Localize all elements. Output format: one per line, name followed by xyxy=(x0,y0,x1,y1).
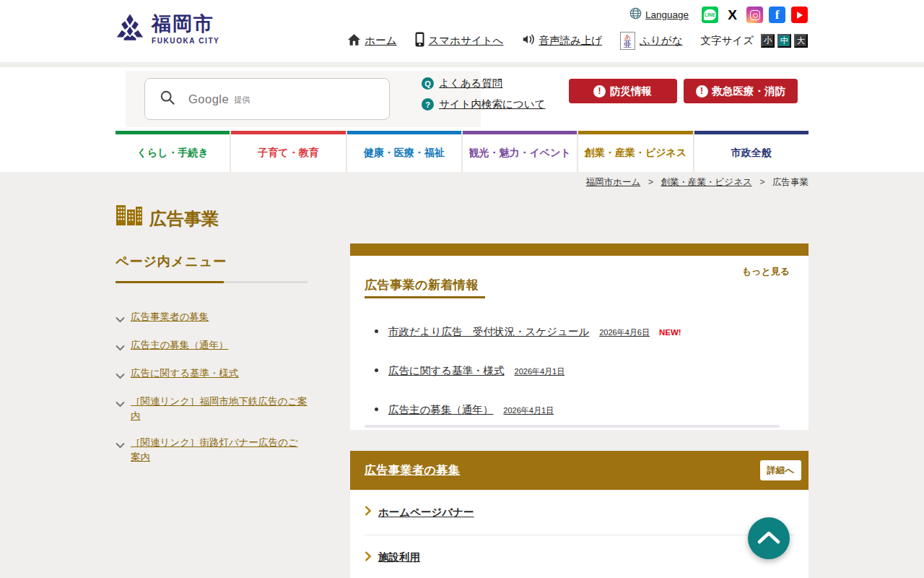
recruit-link-row: ホームページバナー xyxy=(365,490,794,535)
news-item: 市政だより広告 受付状況・スケジュール2026年4月6日NEW! xyxy=(365,324,797,340)
disaster-info-button[interactable]: ! 防災情報 xyxy=(569,79,677,103)
faq-link[interactable]: Q よくある質問 xyxy=(422,77,545,90)
text-size-large-button[interactable]: 大 xyxy=(794,34,808,48)
tab-kanko[interactable]: 観光・魅力・イベント xyxy=(463,131,577,172)
news-date: 2026年4月6日 xyxy=(599,328,650,337)
new-badge: NEW! xyxy=(659,328,681,337)
fukuoka-crest-icon xyxy=(115,12,145,47)
page-title: 広告事業 xyxy=(149,210,219,228)
news-heading: 広告事業の新着情報 xyxy=(365,277,479,293)
sidebar-item: 広告事業者の募集 xyxy=(116,310,308,326)
globe-icon xyxy=(629,7,642,22)
sidebar-link-standards[interactable]: 広告に関する基準・様式 xyxy=(131,366,238,381)
chevron-up-icon xyxy=(757,531,780,546)
chevron-down-icon xyxy=(116,313,125,326)
recruit-heading-link[interactable]: 広告事業者の募集 xyxy=(365,463,460,478)
search-placeholder-provided: 提供 xyxy=(234,95,250,105)
voice-readout-link[interactable]: 音声読み上げ xyxy=(521,33,602,48)
language-link[interactable]: Language xyxy=(629,7,689,22)
youtube-icon[interactable] xyxy=(791,7,808,23)
section-top-bar xyxy=(350,243,808,256)
line-icon[interactable]: LINE xyxy=(702,7,718,23)
quick-links: Q よくある質問 ? サイト内検索について xyxy=(422,77,545,111)
exclamation-icon: ! xyxy=(696,85,708,98)
recruit-link-row: 施設利用 xyxy=(365,535,794,578)
news-date: 2026年4月1日 xyxy=(515,367,565,376)
emergency-medical-button[interactable]: ! 救急医療・消防 xyxy=(684,79,798,103)
page-title-row: 広告事業 xyxy=(116,204,219,228)
sidebar-link-subway-ads[interactable]: ［関連リンク］福岡市地下鉄広告のご案内 xyxy=(131,394,308,423)
recruit-section-header: 広告事業者の募集 詳細へ xyxy=(350,451,808,490)
category-nav: くらし・手続き 子育て・教育 健康・医療・福祉 観光・魅力・イベント 創業・産業… xyxy=(0,131,924,172)
news-date: 2026年4月1日 xyxy=(503,406,554,415)
text-size-control: 文字サイズ 小 中 大 xyxy=(700,34,808,48)
home-icon xyxy=(348,34,360,48)
header-nav: ホーム スマホサイトへ 音声読み上げ あ 亜 ふりがな xyxy=(348,32,808,50)
logo-text-jp: 福岡市 xyxy=(152,14,219,34)
breadcrumb-home[interactable]: 福岡市ホーム xyxy=(586,177,641,187)
main-column: もっと見る 広告事業の新着情報 市政だより広告 受付状況・スケジュール2026年… xyxy=(350,243,808,578)
news-link-standards[interactable]: 広告に関する基準・様式2026年4月1日 xyxy=(388,365,565,376)
search-input[interactable]: Google 提供 xyxy=(144,78,390,120)
text-size-label: 文字サイズ xyxy=(700,34,754,48)
sidebar-heading-rule xyxy=(116,281,308,283)
sidebar-link-advertiser-recruit[interactable]: 広告事業者の募集 xyxy=(131,310,209,324)
news-link-sponsor[interactable]: 広告主の募集（通年）2026年4月1日 xyxy=(388,404,554,415)
furigana-link[interactable]: あ 亜 ふりがな xyxy=(620,32,682,50)
tab-kenko[interactable]: 健康・医療・福祉 xyxy=(347,131,461,172)
sidebar-item: ［関連リンク］街路灯バナー広告のご案内 xyxy=(116,436,308,465)
sidebar-item: 広告に関する基準・様式 xyxy=(116,366,308,382)
smartphone-site-link[interactable]: スマホサイトへ xyxy=(415,32,504,50)
text-size-medium-button[interactable]: 中 xyxy=(777,34,791,48)
text-size-small-button[interactable]: 小 xyxy=(761,34,775,48)
chevron-down-icon xyxy=(116,397,125,410)
buildings-icon xyxy=(116,204,143,228)
exclamation-icon: ! xyxy=(593,85,606,98)
tab-kurashi[interactable]: くらし・手続き xyxy=(116,131,230,172)
breadcrumb-category[interactable]: 創業・産業・ビジネス xyxy=(661,177,752,187)
news-item: 広告に関する基準・様式2026年4月1日 xyxy=(365,363,797,379)
q-icon: Q xyxy=(422,77,434,90)
sidebar-heading: ページ内メニュー xyxy=(116,253,308,270)
chevron-down-icon xyxy=(116,341,125,354)
site-search-help-link[interactable]: ? サイト内検索について xyxy=(422,98,545,111)
chevron-right-icon xyxy=(365,551,371,564)
tab-shisei[interactable]: 市政全般 xyxy=(694,131,808,172)
sidebar-link-sponsor-recruit[interactable]: 広告主の募集（通年） xyxy=(131,338,228,353)
tab-kosodate[interactable]: 子育て・教育 xyxy=(231,131,345,172)
logo-text-en: FUKUOKA CITY xyxy=(152,37,219,45)
sidebar-item: ［関連リンク］福岡市地下鉄広告のご案内 xyxy=(116,394,308,423)
smartphone-icon xyxy=(415,32,424,50)
see-more-link[interactable]: もっと見る xyxy=(742,265,790,278)
homepage-banner-link[interactable]: ホームページバナー xyxy=(378,506,474,519)
speaker-icon xyxy=(521,33,534,48)
page-menu-sidebar: ページ内メニュー 広告事業者の募集 広告主の募集（通年） 広告に関する基準・様式… xyxy=(116,253,308,477)
x-twitter-icon[interactable]: X xyxy=(724,7,741,23)
sidebar-link-streetlight-banner[interactable]: ［関連リンク］街路灯バナー広告のご案内 xyxy=(131,436,308,465)
news-horizontal-scrollbar[interactable] xyxy=(365,425,780,428)
breadcrumb-current: 広告事業 xyxy=(772,177,808,187)
furigana-icon: あ 亜 xyxy=(620,32,635,50)
news-section: もっと見る 広告事業の新着情報 市政だより広告 受付状況・スケジュール2026年… xyxy=(350,256,808,430)
recruit-section-body: ホームページバナー 施設利用 xyxy=(350,490,808,578)
chevron-right-icon xyxy=(365,506,371,519)
chevron-down-icon xyxy=(116,439,125,452)
search-band: Google 提供 Q よくある質問 ? サイト内検索について ! 防災情報 !… xyxy=(0,67,924,131)
scroll-to-top-button[interactable] xyxy=(748,517,790,559)
facebook-icon[interactable]: f xyxy=(769,7,785,23)
home-link[interactable]: ホーム xyxy=(348,34,396,48)
facility-use-link[interactable]: 施設利用 xyxy=(378,551,420,564)
detail-button[interactable]: 詳細へ xyxy=(760,460,801,480)
instagram-icon[interactable] xyxy=(746,7,763,23)
sidebar-item: 広告主の募集（通年） xyxy=(116,338,308,354)
news-heading-rule xyxy=(365,296,485,298)
question-icon: ? xyxy=(422,98,434,111)
language-label: Language xyxy=(645,9,689,20)
news-item: 広告主の募集（通年）2026年4月1日 xyxy=(365,402,797,418)
breadcrumb: 福岡市ホーム > 創業・産業・ビジネス > 広告事業 xyxy=(116,176,808,189)
site-logo[interactable]: 福岡市 FUKUOKA CITY xyxy=(115,12,219,47)
site-header: 福岡市 FUKUOKA CITY Language LINE X xyxy=(0,0,924,62)
news-link-schedule[interactable]: 市政だより広告 受付状況・スケジュール2026年4月6日 xyxy=(388,326,650,337)
tab-sogyo[interactable]: 創業・産業・ビジネス xyxy=(578,131,692,172)
utility-bar: Language LINE X f xyxy=(629,7,808,23)
